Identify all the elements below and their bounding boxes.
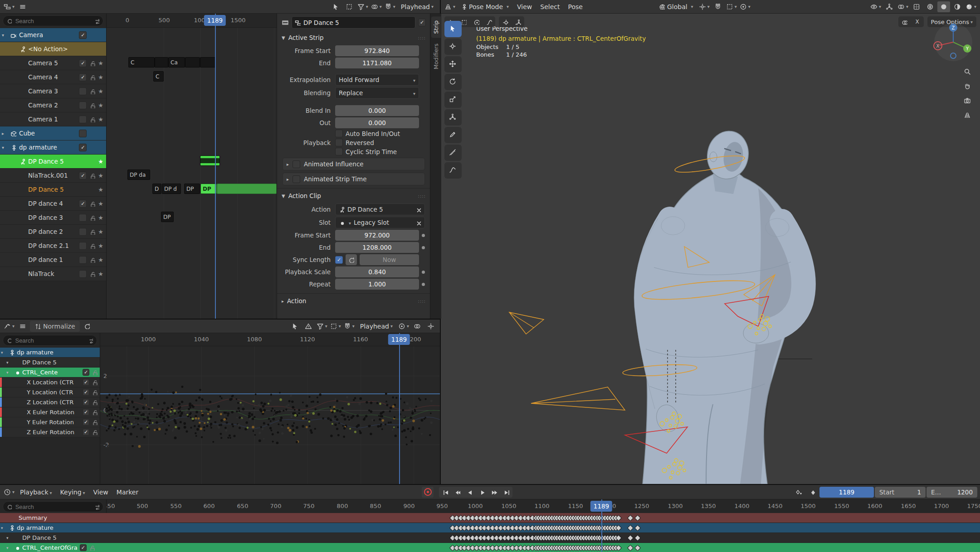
menu-keying[interactable]: Keying (57, 489, 89, 496)
graph-search-input[interactable] (14, 337, 85, 344)
keying-set-icon[interactable] (792, 487, 805, 498)
track-mute-checkbox[interactable] (79, 172, 87, 179)
nla-track-row[interactable]: NlaTrack ★ (0, 267, 106, 281)
lock-icon[interactable] (89, 243, 95, 249)
expand-icon[interactable]: ▸ (2, 131, 8, 136)
track-mute-checkbox[interactable] (79, 102, 87, 109)
current-frame-indicator[interactable]: 1189 (204, 15, 226, 26)
editor-type-dropdown[interactable] (3, 487, 15, 498)
select-box-tool[interactable] (444, 21, 462, 37)
normalize-toggle[interactable]: Normalize (30, 321, 80, 332)
expand-icon[interactable]: ▾ (2, 33, 8, 38)
lock-icon[interactable] (92, 409, 98, 415)
extrapolation-menu[interactable]: Hold Forward (335, 74, 419, 86)
nla-track-row[interactable]: DP Dance 5 ★ (0, 155, 106, 169)
filter-dropdown[interactable] (356, 1, 369, 12)
solo-star-icon[interactable]: ★ (98, 74, 103, 80)
jump-to-start-button[interactable] (439, 487, 451, 498)
lock-icon[interactable] (89, 60, 95, 66)
lock-icon[interactable] (89, 102, 95, 108)
frame-start-field[interactable]: Start1 (875, 487, 926, 498)
play-reverse-button[interactable] (463, 487, 476, 498)
solo-star-icon[interactable]: ★ (98, 257, 103, 263)
channel-enable-checkbox[interactable] (83, 369, 89, 376)
graph-channel-row[interactable]: Y Euler Rotation (0, 417, 100, 427)
clip-frame-end-field[interactable]: 1208.000 (335, 242, 419, 253)
navigation-gizmo[interactable]: Z Y X (933, 22, 974, 63)
nla-track-row[interactable]: DP dance 4 ★ (0, 197, 106, 211)
solo-star-icon[interactable]: ★ (98, 215, 103, 221)
lock-icon[interactable] (89, 229, 95, 235)
solo-star-icon[interactable]: ★ (98, 229, 103, 235)
graph-channel-row[interactable]: ▾ DP Dance 5 (0, 358, 100, 368)
playhead-snap-dropdown[interactable]: Playhead (356, 321, 396, 332)
graph-channel-row[interactable]: ▾ dp armature (0, 348, 100, 358)
nla-strip[interactable] (200, 155, 220, 166)
nla-strip[interactable]: DP d (162, 184, 181, 194)
sync-length-checkbox[interactable] (335, 256, 343, 264)
graph-plot-area[interactable]: 1000 1040 1080 1120 1160 1200 1189 (100, 333, 440, 484)
playhead-line[interactable] (399, 333, 400, 484)
menu-pose[interactable]: Pose (565, 3, 586, 10)
tweak-select-icon[interactable] (288, 321, 301, 332)
menu-view[interactable]: View (90, 489, 112, 496)
nla-track-row[interactable]: DP dance 3 ★ (0, 211, 106, 225)
pivot-dropdown[interactable] (698, 1, 711, 12)
lasso-select-icon[interactable] (483, 16, 495, 27)
channel-enable-checkbox[interactable] (83, 389, 89, 396)
snap-toggle-icon[interactable] (712, 1, 724, 12)
lock-icon[interactable] (92, 429, 98, 435)
lock-icon[interactable] (89, 88, 95, 94)
cyclic-checkbox[interactable] (335, 148, 343, 155)
gizmo-toggle-icon[interactable] (512, 16, 524, 27)
perspective-toggle-icon[interactable] (964, 111, 972, 120)
expand-icon[interactable]: ▾ (6, 546, 12, 550)
unlink-slot-icon[interactable] (415, 220, 421, 226)
timeline-search-input[interactable] (15, 503, 92, 511)
timeline-ruler[interactable]: 450 500 550 600 650 700 750 800 850 (106, 499, 980, 513)
action-datablock-field[interactable]: DP Dance 5 (335, 203, 425, 215)
auto-keying-record-button[interactable] (422, 487, 434, 498)
animate-dot[interactable] (422, 271, 425, 274)
viewport-scene[interactable] (441, 14, 980, 484)
nla-track-row[interactable]: Camera 3 ★ (0, 84, 106, 98)
cursor-tool[interactable] (444, 39, 462, 55)
channel-enable-checkbox[interactable] (80, 544, 87, 551)
nla-strip[interactable] (217, 184, 277, 194)
camera-view-icon[interactable] (964, 97, 972, 105)
track-mute-checkbox[interactable] (79, 31, 87, 39)
graph-channel-row[interactable]: Y Location (CTR (0, 387, 100, 397)
blending-menu[interactable]: Replace (335, 87, 419, 99)
show-gizmo-icon[interactable] (883, 1, 896, 12)
timeline-channel-row[interactable]: ▾ CTRL_CenterOfGra (0, 543, 980, 552)
solo-star-icon[interactable]: ★ (98, 243, 103, 249)
menu-view[interactable]: View (513, 3, 536, 10)
nla-track-row[interactable]: ▾ dp armature ★ (0, 140, 106, 155)
move-tool[interactable] (444, 56, 462, 73)
lock-icon[interactable] (89, 116, 95, 122)
timeline-channel-row[interactable]: Summary (0, 513, 980, 523)
nla-strip-area[interactable]: 0 500 1000 1500 1189 C Ca (106, 14, 277, 319)
nla-track-row[interactable]: <No Action> ★ (0, 42, 106, 56)
snapping-dropdown[interactable] (384, 1, 396, 12)
track-mute-checkbox[interactable] (79, 144, 87, 151)
blend-in-field[interactable]: 0.000 (335, 105, 419, 116)
nla-track-row[interactable]: Camera 4 ★ (0, 70, 106, 84)
nla-strip[interactable]: C (153, 71, 164, 82)
track-mute-checkbox[interactable] (79, 59, 87, 67)
expand-icon[interactable]: ▾ (6, 536, 12, 540)
rotate-tool[interactable] (444, 74, 462, 90)
auto-blend-checkbox[interactable] (335, 130, 343, 137)
solo-star-icon[interactable]: ★ (98, 116, 103, 122)
track-mute-checkbox[interactable] (79, 214, 87, 222)
annotate-tool[interactable] (444, 127, 462, 143)
frame-end-field[interactable]: E…1200 (926, 487, 977, 498)
solo-star-icon[interactable]: ★ (98, 187, 103, 193)
nla-strip[interactable] (200, 57, 215, 68)
expand-icon[interactable]: ▾ (2, 145, 8, 150)
channel-enable-checkbox[interactable] (83, 419, 89, 426)
nla-search-input[interactable] (15, 17, 92, 25)
channel-enable-checkbox[interactable] (83, 379, 89, 386)
solo-star-icon[interactable]: ★ (98, 159, 103, 165)
frame-start-field[interactable]: 972.840 (335, 45, 419, 56)
